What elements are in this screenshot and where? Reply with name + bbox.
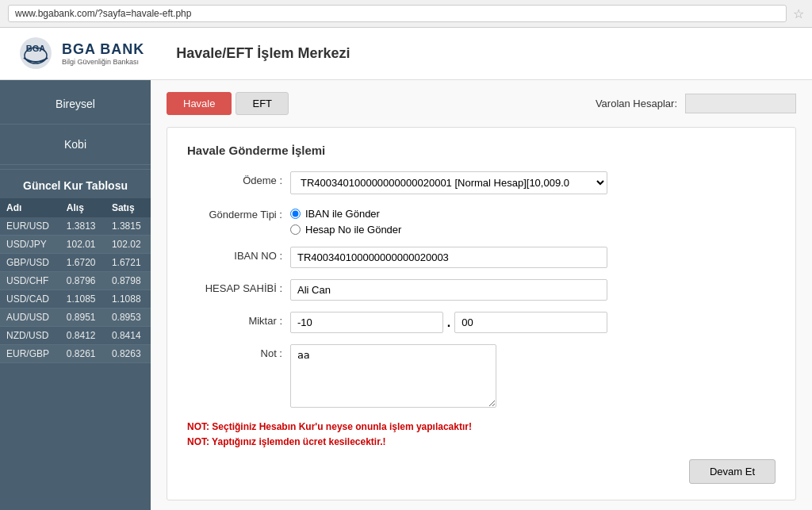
currency-satis: 0.8263 (105, 345, 151, 363)
sidebar: Bireysel Kobi Güncel Kur Tablosu Adı Alı… (0, 80, 151, 510)
currency-satis: 0.8414 (105, 327, 151, 345)
currency-name: USD/CHF (0, 272, 60, 290)
table-row: NZD/USD0.84120.8414 (0, 327, 151, 345)
sidebar-divider-2 (0, 164, 151, 165)
bank-logo-icon: BGA (16, 36, 56, 71)
gonderme-control: IBAN ile Gönder Hesap No ile Gönder (290, 205, 607, 236)
col-header-name: Adı (0, 198, 60, 217)
currency-name: EUR/USD (0, 217, 60, 236)
hesap-sahibi-input[interactable] (290, 279, 607, 301)
existing-accounts-section: Varolan Hesaplar: (596, 94, 796, 113)
logo-area: BGA BGA BANK Bilgi Güvenliğin Bankası (16, 36, 144, 71)
col-header-alis: Alış (60, 198, 105, 217)
currency-table-title: Güncel Kur Tablosu (0, 169, 151, 198)
hesap-sahibi-label: HESAP SAHİBİ : (187, 279, 282, 294)
miktar-label: Miktar : (187, 312, 282, 327)
radio-hesapno-text: Hesap No ile Gönder (305, 224, 401, 236)
radio-iban-label[interactable]: IBAN ile Gönder (290, 208, 607, 220)
page-title: Havale/EFT İşlem Merkezi (176, 45, 350, 62)
odeme-label: Ödeme : (187, 171, 282, 186)
odeme-select[interactable]: TR400340100000000000020001 [Normal Hesap… (290, 171, 607, 194)
table-row: EUR/USD1.38131.3815 (0, 217, 151, 236)
miktar-row: Miktar : . (187, 312, 776, 333)
sidebar-menu: Bireysel Kobi Güncel Kur Tablosu Adı Alı… (0, 80, 151, 371)
table-row: USD/CAD1.10851.1088 (0, 290, 151, 309)
table-row: AUD/USD0.89510.8953 (0, 309, 151, 327)
not-control (290, 344, 607, 410)
not-row: Not : (187, 344, 776, 410)
sidebar-divider-1 (0, 124, 151, 125)
radio-iban[interactable] (290, 209, 301, 219)
bank-slogan: Bilgi Güvenliğin Bankası (62, 58, 144, 66)
currency-alis: 1.6720 (60, 254, 105, 272)
odeme-control: TR400340100000000000020001 [Normal Hesap… (290, 171, 607, 194)
devam-et-button[interactable]: Devam Et (689, 459, 776, 484)
currency-satis: 102.02 (105, 236, 151, 254)
logo-text: BGA BANK Bilgi Güvenliğin Bankası (62, 41, 144, 66)
gonderme-label: Gönderme Tipi : (187, 205, 282, 220)
warning-2: NOT: Yaptığınız işlemden ücret kesilecek… (187, 436, 776, 447)
tab-havale[interactable]: Havale (167, 92, 232, 115)
iban-row: IBAN NO : (187, 247, 776, 268)
tab-eft[interactable]: EFT (236, 92, 289, 115)
warning-2-text: NOT: Yaptığınız işlemden ücret kesilecek… (187, 436, 386, 447)
miktar-cents-input[interactable] (454, 312, 607, 333)
hesap-sahibi-control (290, 279, 607, 301)
page-header: BGA BGA BANK Bilgi Güvenliğin Bankası Ha… (0, 28, 812, 80)
currency-alis: 0.8951 (60, 309, 105, 327)
bank-name: BGA BANK (62, 41, 144, 58)
radio-iban-text: IBAN ile Gönder (305, 208, 380, 220)
amount-dot: . (447, 316, 450, 330)
page-wrapper: BGA BGA BANK Bilgi Güvenliğin Bankası Ha… (0, 28, 812, 510)
browser-favorite-icon[interactable]: ☆ (793, 6, 804, 21)
warning-1-text: NOT: Seçtiğiniz Hesabın Kur'u neyse onun… (187, 421, 472, 432)
existing-accounts-label: Varolan Hesaplar: (596, 98, 677, 109)
currency-satis: 0.8953 (105, 309, 151, 327)
currency-satis: 1.6721 (105, 254, 151, 272)
not-textarea[interactable] (290, 344, 496, 408)
main-content: Bireysel Kobi Güncel Kur Tablosu Adı Alı… (0, 80, 812, 510)
table-row: GBP/USD1.67201.6721 (0, 254, 151, 272)
table-row: EUR/GBP0.82610.8263 (0, 345, 151, 363)
currency-name: USD/CAD (0, 290, 60, 309)
miktar-input[interactable] (290, 312, 443, 333)
col-header-satis: Satış (105, 198, 151, 217)
currency-alis: 0.8261 (60, 345, 105, 363)
odeme-row: Ödeme : TR400340100000000000020001 [Norm… (187, 171, 776, 194)
currency-alis: 1.1085 (60, 290, 105, 309)
tab-bar: Havale EFT Varolan Hesaplar: (167, 92, 796, 115)
currency-satis: 1.1088 (105, 290, 151, 309)
browser-url-bar[interactable]: www.bgabank.com/?sayfa=havale-eft.php (8, 5, 787, 22)
table-row: USD/JPY102.01102.02 (0, 236, 151, 254)
currency-satis: 1.3815 (105, 217, 151, 236)
not-label: Not : (187, 344, 282, 359)
existing-accounts-input[interactable] (685, 94, 796, 113)
sidebar-item-bireysel[interactable]: Bireysel (0, 88, 151, 120)
sidebar-item-kobi[interactable]: Kobi (0, 128, 151, 160)
currency-table: Adı Alış Satış EUR/USD1.38131.3815USD/JP… (0, 198, 151, 363)
currency-alis: 0.8412 (60, 327, 105, 345)
currency-name: USD/JPY (0, 236, 60, 254)
currency-name: EUR/GBP (0, 345, 60, 363)
form-panel: Havale Gönderme İşlemi Ödeme : TR4003401… (167, 127, 796, 500)
currency-alis: 102.01 (60, 236, 105, 254)
amount-row: . (290, 312, 607, 333)
hesap-sahibi-row: HESAP SAHİBİ : (187, 279, 776, 301)
currency-alis: 0.8796 (60, 272, 105, 290)
miktar-control: . (290, 312, 607, 333)
table-row: USD/CHF0.87960.8798 (0, 272, 151, 290)
iban-input[interactable] (290, 247, 607, 268)
iban-control (290, 247, 607, 268)
browser-chrome: www.bgabank.com/?sayfa=havale-eft.php ☆ (0, 0, 812, 28)
currency-satis: 0.8798 (105, 272, 151, 290)
form-title: Havale Gönderme İşlemi (187, 144, 776, 157)
radio-hesapno[interactable] (290, 224, 301, 235)
gonderme-tipi-row: Gönderme Tipi : IBAN ile Gönder Hesap No… (187, 205, 776, 236)
radio-hesapno-label[interactable]: Hesap No ile Gönder (290, 224, 607, 236)
svg-text:BGA: BGA (26, 44, 46, 53)
warning-1: NOT: Seçtiğiniz Hesabın Kur'u neyse onun… (187, 421, 776, 432)
currency-name: AUD/USD (0, 309, 60, 327)
radio-group: IBAN ile Gönder Hesap No ile Gönder (290, 205, 607, 236)
right-content: Havale EFT Varolan Hesaplar: Havale Gönd… (151, 80, 812, 510)
currency-name: NZD/USD (0, 327, 60, 345)
